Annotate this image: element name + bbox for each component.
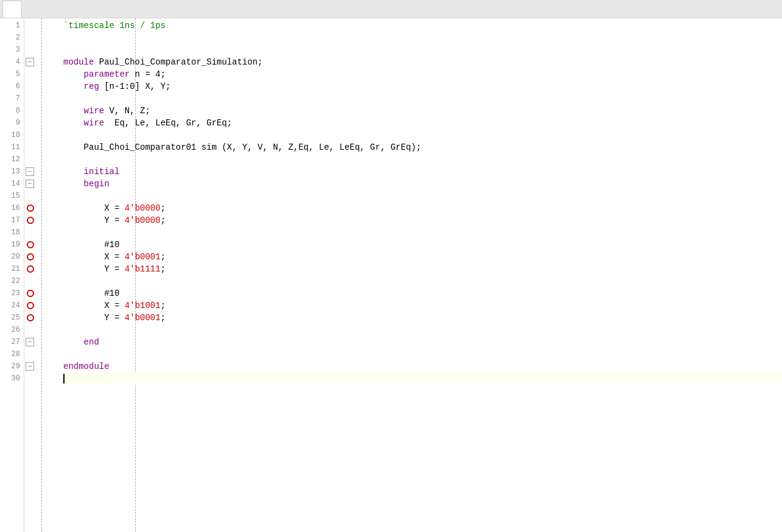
code-line[interactable]: reg [n-1:0] X, Y; (63, 80, 782, 93)
code-segment: 4'b0000 (125, 215, 161, 225)
code-line[interactable]: initial (63, 166, 782, 178)
breakpoint-icon[interactable] (27, 302, 34, 309)
code-segment: Paul_Choi_Comparator_Simulation; (99, 57, 263, 67)
gutter-row (24, 141, 61, 153)
line-number: 11 (0, 141, 24, 153)
code-line[interactable]: begin (63, 178, 782, 190)
tab-item[interactable] (2, 1, 22, 18)
code-segment: n = 4; (130, 69, 166, 79)
code-segment: ; (161, 301, 166, 310)
line-number: 17 (0, 214, 24, 226)
code-segment: Y = (63, 264, 125, 274)
gutter-row (24, 348, 61, 360)
gutter-row (24, 129, 61, 141)
fold-icon[interactable]: − (26, 58, 34, 66)
code-line[interactable]: Y = 4'b0000; (63, 214, 782, 226)
code-line[interactable]: wire V, N, Z; (63, 105, 782, 117)
editor-container: 1234567891011121314151617181920212223242… (0, 0, 782, 532)
line-number: 15 (0, 190, 24, 202)
breakpoint-icon[interactable] (27, 253, 34, 261)
code-line[interactable]: Y = 4'b1111; (63, 263, 782, 275)
breakpoint-icon[interactable] (27, 290, 34, 297)
line-number: 23 (0, 287, 24, 299)
line-number: 20 (0, 251, 24, 263)
line-number: 14 (0, 178, 24, 190)
gutter-row (24, 263, 61, 275)
line-number: 8 (0, 105, 24, 117)
breakpoint-icon[interactable] (27, 241, 34, 248)
code-segment: parameter (63, 69, 130, 79)
line-number: 9 (0, 117, 24, 129)
code-line[interactable] (63, 348, 782, 360)
code-line[interactable] (63, 190, 782, 202)
code-segment: `timescale 1ns / 1ps (63, 21, 166, 30)
line-number: 19 (0, 239, 24, 251)
gutter-row (24, 44, 61, 56)
gutter-row (24, 299, 61, 312)
line-number: 28 (0, 348, 24, 360)
code-segment: Eq, Le, LeEq, Gr, GrEq; (104, 118, 232, 128)
line-number: 4 (0, 56, 24, 68)
code-line[interactable]: end (63, 336, 782, 348)
fold-icon[interactable]: − (26, 338, 34, 346)
fold-icon[interactable]: − (26, 167, 34, 176)
code-content[interactable]: `timescale 1ns / 1psmodule Paul_Choi_Com… (61, 18, 782, 532)
line-number: 12 (0, 153, 24, 166)
breakpoint-icon[interactable] (27, 314, 34, 321)
text-cursor (63, 374, 65, 383)
code-line[interactable]: Paul_Choi_Comparator01 sim (X, Y, V, N, … (63, 141, 782, 153)
code-line[interactable] (63, 275, 782, 287)
code-line[interactable]: parameter n = 4; (63, 68, 782, 80)
code-line[interactable] (63, 324, 782, 336)
code-segment: reg (63, 82, 99, 91)
code-segment: wire (63, 118, 104, 128)
code-segment: endmodule (63, 362, 110, 371)
breakpoint-icon[interactable] (27, 205, 34, 212)
line-number: 1 (0, 19, 24, 32)
gutter-row (24, 105, 61, 117)
code-segment: wire (63, 106, 104, 116)
code-line[interactable] (63, 226, 782, 239)
code-line[interactable]: X = 4'b0001; (63, 251, 782, 263)
fold-icon[interactable]: − (26, 362, 34, 371)
gutter-row (24, 214, 61, 226)
code-line[interactable]: module Paul_Choi_Comparator_Simulation; (63, 56, 782, 68)
code-segment: [n-1:0] X, Y; (99, 82, 171, 91)
gutter-row (24, 93, 61, 105)
gutter-row: − (24, 56, 61, 68)
gutter-row (24, 202, 61, 214)
breakpoint-icon[interactable] (27, 265, 34, 273)
code-segment: ; (161, 313, 166, 323)
code-segment: X = (63, 301, 125, 310)
code-line[interactable] (63, 129, 782, 141)
code-line[interactable]: wire Eq, Le, LeEq, Gr, GrEq; (63, 117, 782, 129)
line-number: 3 (0, 44, 24, 56)
breakpoint-icon[interactable] (27, 217, 34, 224)
gutter-row (24, 239, 61, 251)
code-line[interactable] (63, 153, 782, 166)
code-line[interactable]: `timescale 1ns / 1ps (63, 19, 782, 32)
line-number: 13 (0, 166, 24, 178)
gutter-row: − (24, 178, 61, 190)
gutter-row (24, 287, 61, 299)
line-number: 6 (0, 80, 24, 93)
code-line[interactable]: endmodule (63, 360, 782, 373)
fold-icon[interactable]: − (26, 180, 34, 188)
code-segment: 4'b1111 (125, 264, 161, 274)
line-number: 18 (0, 226, 24, 239)
code-line[interactable] (63, 93, 782, 105)
line-numbers: 1234567891011121314151617181920212223242… (0, 18, 24, 532)
code-line[interactable]: Y = 4'b0001; (63, 312, 782, 324)
code-line[interactable]: X = 4'b0000; (63, 202, 782, 214)
line-number: 21 (0, 263, 24, 275)
gutter-row (24, 68, 61, 80)
code-line[interactable] (63, 44, 782, 56)
code-line[interactable] (63, 373, 782, 385)
code-line[interactable] (63, 32, 782, 44)
gutter-row (24, 117, 61, 129)
code-line[interactable]: #10 (63, 239, 782, 251)
code-line[interactable]: X = 4'b1001; (63, 299, 782, 312)
code-line[interactable]: #10 (63, 287, 782, 299)
code-segment: Y = (63, 313, 125, 323)
gutter-row: − (24, 336, 61, 348)
